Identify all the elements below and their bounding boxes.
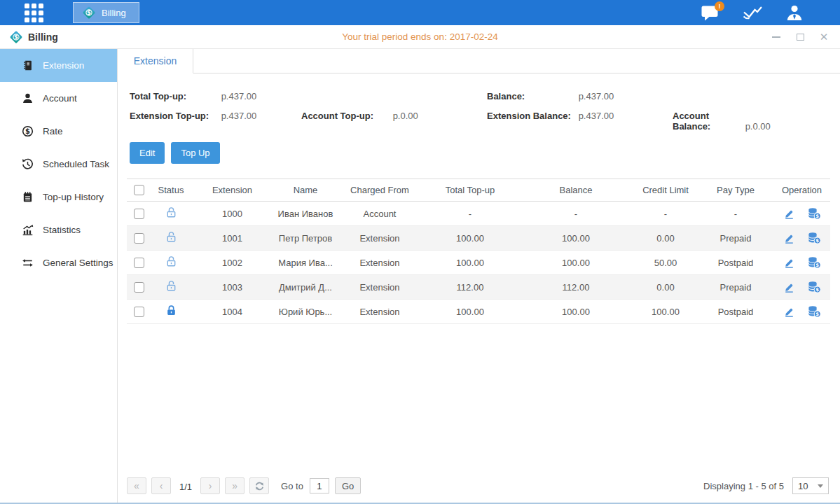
cell-pay-type: Prepaid bbox=[698, 226, 773, 251]
topup-coins-icon[interactable]: $ bbox=[807, 207, 821, 220]
cell-extension: 1000 bbox=[191, 202, 273, 226]
cell-name: Петр Петров bbox=[273, 226, 338, 251]
maximize-icon[interactable] bbox=[795, 32, 805, 42]
operation-cell: $ bbox=[773, 281, 830, 293]
last-page-button[interactable]: » bbox=[225, 477, 245, 494]
column-header-total-top-up: Total Top-up bbox=[422, 179, 518, 202]
general-settings-icon bbox=[21, 257, 34, 270]
taskbar: $ Billing ! bbox=[0, 0, 840, 25]
account-balance: Account Balance: p.0.00 bbox=[673, 111, 830, 132]
sidebar-item-rate[interactable]: $Rate bbox=[0, 115, 117, 148]
page-size-value: 10 bbox=[798, 481, 808, 491]
sidebar-item-topup-history[interactable]: Top-up History bbox=[0, 181, 117, 214]
edit-button[interactable]: Edit bbox=[130, 142, 165, 164]
sidebar-item-label: Rate bbox=[43, 126, 63, 136]
cell-credit-limit: - bbox=[633, 202, 698, 226]
taskbar-tab-billing[interactable]: $ Billing bbox=[73, 2, 139, 23]
row-checkbox[interactable] bbox=[134, 233, 144, 244]
close-icon[interactable]: ✕ bbox=[819, 32, 829, 42]
total-topup-value: p.437.00 bbox=[221, 91, 257, 102]
messages-icon[interactable]: ! bbox=[701, 5, 719, 21]
topup-coins-icon[interactable]: $ bbox=[807, 256, 821, 269]
sidebar-item-account[interactable]: Account bbox=[0, 82, 117, 115]
cell-name: Мария Ива... bbox=[273, 251, 338, 275]
user-silhouette-icon bbox=[785, 4, 804, 22]
sidebar-item-label: Top-up History bbox=[43, 192, 104, 202]
sidebar-item-extension[interactable]: Extension bbox=[0, 49, 117, 82]
first-page-button[interactable]: « bbox=[127, 477, 146, 494]
window-title: Billing bbox=[28, 31, 58, 43]
top-up-button[interactable]: Top Up bbox=[171, 142, 219, 164]
chevron-down-icon bbox=[818, 484, 823, 488]
extension-balance-label: Extension Balance: bbox=[487, 111, 576, 121]
table-row: 1003Дмитрий Д...Extension112.00112.000.0… bbox=[127, 275, 830, 300]
balance-summary: Total Top-up: p.437.00 Balance: p.437.00… bbox=[118, 74, 840, 132]
go-button[interactable]: Go bbox=[335, 477, 361, 494]
row-checkbox[interactable] bbox=[134, 209, 144, 219]
edit-icon[interactable] bbox=[783, 208, 795, 220]
sidebar-item-statistics[interactable]: Statistics bbox=[0, 214, 117, 246]
billing-app-window: $ Billing ! Your trial period ends on: 2… bbox=[0, 0, 840, 504]
pagination-right: Displaying 1 - 5 of 5 10 bbox=[703, 477, 829, 494]
scheduled-task-icon bbox=[21, 158, 34, 171]
page-indicator: 1/1 bbox=[179, 482, 192, 492]
cell-balance: 100.00 bbox=[518, 251, 633, 275]
column-header-extension: Extension bbox=[191, 179, 273, 202]
topup-coins-icon[interactable]: $ bbox=[807, 281, 821, 293]
svg-text:$: $ bbox=[815, 287, 819, 293]
cell-balance: - bbox=[518, 202, 633, 226]
sidebar-item-general-settings[interactable]: General Settings bbox=[0, 246, 117, 279]
topup-coins-icon[interactable]: $ bbox=[807, 232, 821, 244]
prev-page-button[interactable]: ‹ bbox=[151, 477, 171, 494]
account-topup: Account Top-up: p.0.00 bbox=[301, 111, 487, 132]
extension-topup-value: p.437.00 bbox=[221, 111, 257, 121]
edit-icon[interactable] bbox=[783, 232, 795, 244]
minimize-icon[interactable] bbox=[771, 32, 781, 42]
extension-balance-value: p.437.00 bbox=[579, 111, 614, 121]
page-size-select[interactable]: 10 bbox=[792, 477, 829, 494]
next-page-button[interactable]: › bbox=[200, 477, 220, 494]
column-header-charged-from: Charged From bbox=[338, 179, 422, 202]
extension-icon bbox=[21, 59, 34, 72]
cell-pay-type: - bbox=[698, 202, 773, 226]
main-content: Extension Total Top-up: p.437.00 Balance… bbox=[118, 49, 840, 503]
edit-icon[interactable] bbox=[783, 281, 795, 293]
extension-table: StatusExtensionNameCharged FromTotal Top… bbox=[127, 178, 830, 324]
cell-extension: 1002 bbox=[191, 251, 273, 275]
sidebar-item-label: General Settings bbox=[43, 258, 113, 268]
cell-total-topup: 100.00 bbox=[422, 251, 518, 275]
row-checkbox[interactable] bbox=[134, 282, 144, 293]
operation-cell: $ bbox=[773, 232, 830, 244]
account-topup-label: Account Top-up: bbox=[301, 111, 390, 121]
cell-total-topup: 100.00 bbox=[422, 300, 518, 324]
row-checkbox[interactable] bbox=[134, 258, 144, 268]
select-all-header bbox=[127, 179, 151, 202]
topup-coins-icon[interactable]: $ bbox=[807, 305, 821, 318]
cell-total-topup: 112.00 bbox=[422, 275, 518, 300]
sidebar-item-label: Extension bbox=[43, 60, 84, 71]
svg-text:$: $ bbox=[815, 312, 819, 317]
cell-charged-from: Extension bbox=[338, 300, 422, 324]
cell-extension: 1003 bbox=[191, 275, 273, 300]
row-checkbox[interactable] bbox=[134, 307, 144, 317]
column-header-credit-limit: Credit Limit bbox=[633, 179, 698, 202]
select-all-checkbox[interactable] bbox=[134, 185, 144, 195]
svg-text:$: $ bbox=[87, 10, 91, 16]
window-billing-icon: $ bbox=[9, 30, 23, 44]
cell-credit-limit: 100.00 bbox=[633, 300, 698, 324]
edit-icon[interactable] bbox=[783, 257, 795, 269]
account-topup-value: p.0.00 bbox=[393, 111, 418, 121]
apps-grid-icon[interactable] bbox=[25, 4, 43, 22]
goto-page-input[interactable] bbox=[310, 478, 329, 493]
user-icon[interactable] bbox=[785, 4, 804, 22]
sidebar-item-scheduled-task[interactable]: Scheduled Task bbox=[0, 148, 117, 181]
cell-name: Иван Иванов bbox=[273, 202, 338, 226]
tab-strip: Extension bbox=[118, 49, 840, 74]
edit-icon[interactable] bbox=[783, 306, 795, 318]
refresh-button[interactable] bbox=[249, 477, 269, 494]
cell-pay-type: Postpaid bbox=[698, 300, 773, 324]
sidebar-item-label: Statistics bbox=[43, 225, 81, 235]
chart-icon[interactable] bbox=[742, 5, 763, 21]
tab-label: Extension bbox=[134, 55, 177, 66]
tab-extension[interactable]: Extension bbox=[118, 49, 193, 74]
